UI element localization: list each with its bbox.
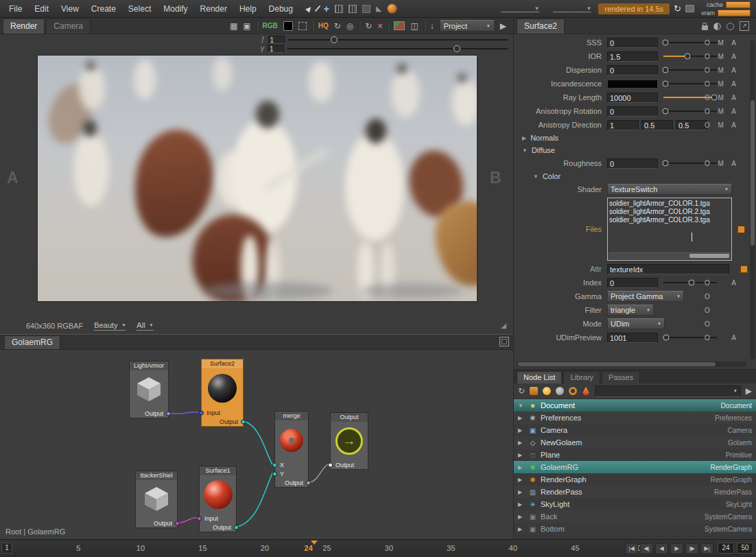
snapshot-icon[interactable]	[685, 5, 694, 12]
expand-arrow[interactable]: ▶	[518, 415, 525, 421]
expand-arrow[interactable]: ▼	[518, 403, 525, 409]
filter-dropdown[interactable]: triangle▼	[607, 305, 654, 316]
attr-vscrollbar[interactable]	[750, 40, 755, 359]
hq-toggle[interactable]: HQ	[318, 22, 329, 30]
o-flag[interactable]: O	[705, 39, 710, 47]
m-flag[interactable]: M	[718, 53, 723, 60]
menu-select[interactable]: Select	[122, 1, 157, 16]
attr-value-field[interactable]: 0	[607, 38, 658, 48]
output-port[interactable]	[166, 411, 171, 416]
input-port[interactable]	[272, 471, 277, 476]
menu-file[interactable]: File	[3, 1, 28, 16]
next-keyframe-button[interactable]: |▶	[685, 543, 698, 554]
node-lightarmor[interactable]: LightArmor Output	[129, 361, 169, 418]
o-flag[interactable]: O	[705, 121, 710, 129]
input-port[interactable]	[197, 516, 202, 521]
node-list-row-renderpass[interactable]: ▶▥RenderPassRenderPass	[514, 486, 756, 498]
rgb-channels-button[interactable]: RGB	[263, 22, 278, 30]
stop-render-icon[interactable]: ×	[377, 22, 382, 30]
expand-arrow[interactable]: ▶	[518, 440, 525, 446]
slider-handle[interactable]	[331, 36, 338, 43]
o-flag[interactable]: O	[705, 53, 710, 60]
external-editor-icon[interactable]: ↗	[740, 21, 749, 31]
compare-circle-icon[interactable]	[727, 23, 734, 30]
a-flag[interactable]: A	[731, 67, 736, 74]
environment-icon[interactable]: ◣	[376, 4, 381, 13]
snap-tool-icon[interactable]	[349, 5, 357, 13]
node-list-row-skylight[interactable]: ▶☀SkyLightSkyLight	[514, 498, 756, 510]
target-icon[interactable]: ◎	[346, 22, 353, 30]
render-image[interactable]	[37, 55, 477, 302]
m-flag[interactable]: M	[718, 80, 723, 88]
channel-dropdown[interactable]: Beauty▼	[94, 321, 126, 331]
last-frame-button[interactable]: ▶|	[700, 543, 713, 554]
resize-handle[interactable]: ◢	[501, 322, 506, 329]
gamma-value[interactable]: 1	[268, 45, 284, 53]
move-tool-icon[interactable]: +	[324, 5, 329, 12]
refresh-icon[interactable]: ↻	[674, 3, 681, 14]
start-frame-field[interactable]: 1	[1, 543, 12, 554]
a-flag[interactable]: A	[731, 108, 736, 115]
node-list-row-preferences[interactable]: ▶✱PreferencesPreferences	[514, 412, 756, 424]
refresh-render-icon[interactable]: ↻	[365, 22, 372, 30]
expand-arrow[interactable]: ▶	[518, 501, 525, 508]
slider-handle[interactable]	[453, 45, 460, 52]
a-flag[interactable]: A	[731, 94, 736, 102]
tab-render[interactable]: Render	[3, 19, 45, 34]
o-flag[interactable]: O	[705, 320, 710, 328]
project-dropdown[interactable]: Project▼	[440, 20, 495, 32]
attr-value-field[interactable]: 0	[607, 278, 658, 288]
m-flag[interactable]: M	[718, 39, 723, 47]
mode-dropdown[interactable]: UDim▼	[607, 318, 665, 329]
loop-render-icon[interactable]: ↻	[334, 22, 341, 30]
timeline-ruler[interactable]: 24 5101520253035404550	[12, 540, 641, 557]
fit-view-icon[interactable]: ▣	[243, 22, 250, 30]
expand-arrow[interactable]: ▶	[518, 514, 525, 520]
end-frame-field[interactable]: 50	[737, 543, 753, 554]
node-list-row-back[interactable]: ▶▣BackSystemCamera	[514, 510, 756, 523]
connect-button[interactable]	[740, 265, 748, 273]
menu-debug[interactable]: Debug	[263, 1, 299, 16]
maximize-icon[interactable]	[499, 337, 509, 346]
expand-arrow[interactable]: ▶	[518, 452, 525, 458]
output-port[interactable]	[234, 525, 239, 530]
tab-surface2[interactable]: Surface2	[517, 19, 565, 34]
connect-button[interactable]	[737, 226, 745, 233]
m-flag[interactable]: M	[718, 108, 723, 115]
attr-value-field[interactable]: 1001	[607, 333, 658, 343]
attr-value-field[interactable]: 0	[607, 158, 658, 169]
output-port[interactable]	[306, 480, 311, 485]
node-merge[interactable]: merge X Y Output	[274, 411, 309, 488]
menu-view[interactable]: View	[55, 1, 85, 16]
output-port[interactable]	[175, 521, 180, 525]
node-surface2[interactable]: Surface2 Input Output	[201, 359, 244, 427]
prev-frame-button[interactable]: ◀	[655, 543, 668, 554]
exposure-value[interactable]: 1	[268, 36, 285, 44]
select-tool-icon[interactable]: ▶	[304, 4, 313, 13]
background-swatch[interactable]	[283, 21, 293, 31]
save-image-icon[interactable]: ↓	[430, 22, 434, 30]
next-frame-button[interactable]: ▶	[670, 543, 683, 554]
a-flag[interactable]: A	[731, 53, 736, 60]
snapshot-image-icon[interactable]	[394, 21, 405, 30]
shader-dropdown[interactable]: TextureSwitch▼	[607, 184, 732, 195]
menu-modify[interactable]: Modify	[157, 1, 193, 16]
expand-arrow[interactable]: ▶	[518, 489, 525, 495]
current-frame-field[interactable]: 24	[718, 543, 734, 554]
refresh-list-icon[interactable]: ↻	[518, 387, 525, 395]
attr-hscrollbar[interactable]	[517, 362, 746, 367]
menu-edit[interactable]: Edit	[28, 1, 55, 16]
prev-keyframe-button[interactable]: ◀|	[640, 543, 653, 554]
node-surface1[interactable]: Surface1 Input Output	[199, 466, 237, 532]
fx-kit-icon[interactable]	[582, 387, 590, 395]
section-normals[interactable]: ▶Normals	[514, 132, 750, 144]
node-output[interactable]: Output → Output	[330, 412, 368, 470]
first-frame-button[interactable]: |◀	[625, 543, 638, 554]
grid-tool-icon[interactable]	[335, 5, 343, 13]
node-list-row-bottom[interactable]: ▶▣BottomSystemCamera	[514, 523, 756, 535]
shader-kit-icon[interactable]	[569, 387, 577, 395]
input-port[interactable]	[272, 462, 277, 467]
filter-dropdown[interactable]: ▼	[595, 386, 741, 397]
attr-value-field[interactable]: textureIdx	[607, 264, 729, 274]
section-color[interactable]: ▼Color	[514, 170, 750, 182]
